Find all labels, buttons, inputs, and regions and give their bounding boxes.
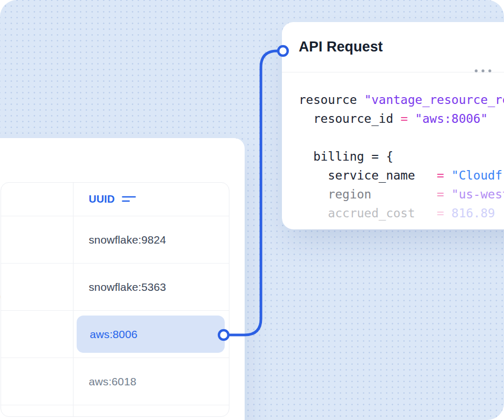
code-line: resource "vantage_resource_report" <box>299 90 504 109</box>
code-line: resource_id = "aws:8006" <box>299 109 504 128</box>
table-row[interactable]: snowflake:5363 <box>1 264 229 311</box>
provider-cell <box>1 264 74 310</box>
uuid-value: aws:8006 <box>90 328 138 341</box>
uuid-cell: snowflake:5363 <box>74 264 229 310</box>
code-line: accrued_cost = 816.89 <box>299 204 504 223</box>
code-snippet: resource "vantage_resource_report" resou… <box>282 72 504 223</box>
more-menu-button[interactable] <box>474 66 494 75</box>
api-request-card: API Request resource "vantage_resource_r… <box>282 22 504 229</box>
provider-cell <box>1 405 74 417</box>
code-line: service_name = "Cloudfront" <box>299 166 504 185</box>
uuid-value: snowflake:9824 <box>89 234 166 246</box>
code-line: region = "us-west-2" <box>299 185 504 204</box>
table-body: snowflake:9824snowflake:5363aws:8006aws:… <box>1 216 229 417</box>
provider-cell <box>1 358 74 405</box>
table-header-row: UUID <box>1 183 229 216</box>
resources-table-card: es/all-active-resources UUID <box>0 138 245 420</box>
uuid-value: snowflake:5363 <box>89 281 166 293</box>
uuid-cell: aws:6018 <box>74 358 229 405</box>
sort-icon[interactable] <box>122 193 136 205</box>
resources-table: UUID snowflake:9824snowflake:5363aws:800… <box>1 182 229 417</box>
ellipsis-icon <box>474 67 494 75</box>
code-line <box>299 128 504 147</box>
uuid-cell: aws:8006 <box>74 311 229 358</box>
table-row <box>1 405 229 417</box>
table-row[interactable]: aws:8006 <box>1 311 229 358</box>
stage: es/all-active-resources UUID <box>0 0 504 420</box>
uuid-cell <box>74 405 229 417</box>
uuid-column-header[interactable]: UUID <box>74 183 229 216</box>
provider-cell <box>1 311 74 358</box>
provider-cell <box>1 216 74 263</box>
table-row[interactable]: aws:6018 <box>1 358 229 405</box>
provider-column-header <box>1 183 74 216</box>
api-request-title: API Request <box>299 39 383 55</box>
uuid-column-label: UUID <box>89 193 115 205</box>
table-row[interactable]: snowflake:9824 <box>1 216 229 264</box>
uuid-value: aws:6018 <box>89 375 136 388</box>
code-line: billing = { <box>299 147 504 166</box>
api-request-header: API Request <box>282 22 504 72</box>
selected-uuid-pill[interactable]: aws:8006 <box>77 316 225 353</box>
uuid-cell: snowflake:9824 <box>74 216 229 263</box>
